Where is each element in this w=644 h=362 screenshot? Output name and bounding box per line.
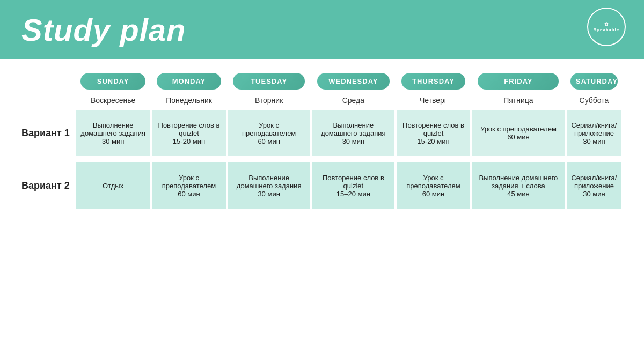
- label-spacer: [21, 70, 75, 93]
- v1-sunday: Выполнение домашнего задания 30 мин: [75, 109, 151, 157]
- friday-btn: FRIDAY: [478, 73, 559, 90]
- friday-ru: Пятница: [471, 93, 566, 109]
- monday-header: MONDAY: [151, 70, 226, 93]
- v2-thursday: Урок с преподавателем 60 мин: [396, 161, 471, 210]
- thursday-btn: THURSDAY: [401, 73, 466, 90]
- saturday-ru: Суббота: [566, 93, 623, 109]
- main-content: SUNDAY MONDAY TUESDAY WEDNESDAY THURSDAY…: [0, 59, 644, 215]
- thursday-header: THURSDAY: [396, 70, 471, 93]
- v1-wednesday: Выполнение домашнего задания 30 мин: [311, 109, 396, 157]
- v1-thursday: Повторение слов в quizlet 15-20 мин: [396, 109, 471, 157]
- wednesday-header: WEDNESDAY: [311, 70, 396, 93]
- monday-ru: Понедельник: [151, 93, 226, 109]
- day-buttons-row: SUNDAY MONDAY TUESDAY WEDNESDAY THURSDAY…: [21, 70, 623, 93]
- v2-sunday: Отдых: [75, 161, 151, 210]
- page-header: Study plan ✿Speakable: [0, 0, 644, 59]
- logo-text: ✿Speakable: [594, 21, 620, 32]
- v1-saturday: Сериал/книга/ приложение 30 мин: [566, 109, 623, 157]
- sunday-ru: Воскресенье: [75, 93, 151, 109]
- v1-friday: Урок с преподавателем 60 мин: [471, 109, 566, 157]
- v2-saturday: Сериал/книга/ приложение 30 мин: [566, 161, 623, 210]
- schedule-table: SUNDAY MONDAY TUESDAY WEDNESDAY THURSDAY…: [21, 70, 623, 210]
- variant1-row: Вариант 1 Выполнение домашнего задания 3…: [21, 109, 623, 157]
- monday-btn: MONDAY: [157, 73, 221, 90]
- wednesday-ru: Среда: [311, 93, 396, 109]
- saturday-btn: SATURDAY: [570, 73, 618, 90]
- spacer: [21, 157, 623, 161]
- variant2-label: Вариант 2: [21, 161, 75, 210]
- day-names-ru-row: Воскресенье Понедельник Вторник Среда Че…: [21, 93, 623, 109]
- sunday-btn: SUNDAY: [80, 73, 145, 90]
- wednesday-btn: WEDNESDAY: [317, 73, 389, 90]
- variant1-label: Вариант 1: [21, 109, 75, 157]
- logo-area: ✿Speakable: [585, 5, 628, 48]
- friday-header: FRIDAY: [471, 70, 566, 93]
- saturday-header: SATURDAY: [566, 70, 623, 93]
- tuesday-btn: TUESDAY: [233, 73, 305, 90]
- v1-monday: Повторение слов в quizlet 15-20 мин: [151, 109, 226, 157]
- logo-circle: ✿Speakable: [587, 8, 626, 46]
- variant2-row: Вариант 2 Отдых Урок с преподавателем 60…: [21, 161, 623, 210]
- v1-tuesday: Урок с преподавателем 60 мин: [227, 109, 311, 157]
- v2-monday: Урок с преподавателем 60 мин: [151, 161, 226, 210]
- sunday-header: SUNDAY: [75, 70, 151, 93]
- page-title: Study plan: [21, 12, 186, 48]
- v2-tuesday: Выполнение домашнего задания 30 мин: [227, 161, 311, 210]
- thursday-ru: Четверг: [396, 93, 471, 109]
- label-spacer2: [21, 93, 75, 109]
- v2-wednesday: Повторение слов в quizlet 15–20 мин: [311, 161, 396, 210]
- tuesday-header: TUESDAY: [227, 70, 311, 93]
- tuesday-ru: Вторник: [227, 93, 311, 109]
- v2-friday: Выполнение домашнего задания + слова 45 …: [471, 161, 566, 210]
